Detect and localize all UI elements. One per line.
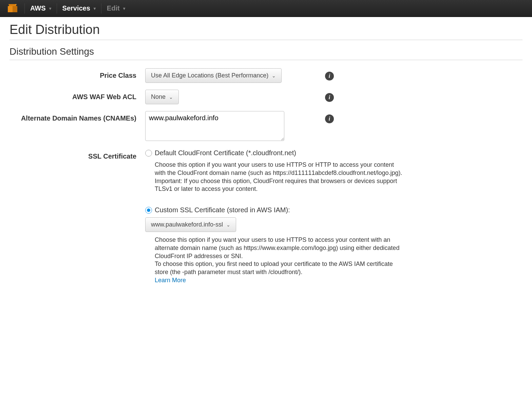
ssl-custom-option: Custom SSL Certificate (stored in AWS IA… xyxy=(145,206,406,214)
chevron-down-icon: ⌄ xyxy=(169,94,173,100)
ssl-default-help-1: Choose this option if you want your user… xyxy=(155,161,406,177)
distribution-settings-form: Price Class Use All Edge Locations (Best… xyxy=(10,68,522,289)
chevron-down-icon: ▾ xyxy=(94,6,96,11)
ssl-custom-cert-dropdown[interactable]: www.paulwakeford.info-ssl ⌄ xyxy=(145,217,236,232)
waf-dropdown[interactable]: None ⌄ xyxy=(145,90,179,104)
chevron-down-icon: ⌄ xyxy=(272,73,276,78)
waf-row: AWS WAF Web ACL None ⌄ i xyxy=(10,90,522,104)
top-navbar: AWS ▾ Services ▾ Edit ▾ xyxy=(0,0,532,17)
nav-services-label: Services xyxy=(62,4,90,12)
learn-more-link[interactable]: Learn More xyxy=(155,277,186,284)
nav-edit-label: Edit xyxy=(107,4,120,12)
ssl-default-radio[interactable] xyxy=(145,150,152,157)
ssl-custom-help: Choose this option if you want your user… xyxy=(155,236,406,285)
ssl-default-help: Choose this option if you want your user… xyxy=(155,161,406,193)
price-class-row: Price Class Use All Edge Locations (Best… xyxy=(10,68,522,83)
ssl-custom-help-1: Choose this option if you want your user… xyxy=(155,236,406,260)
divider xyxy=(10,40,522,40)
price-class-label: Price Class xyxy=(10,68,145,80)
nav-edit-menu[interactable]: Edit ▾ xyxy=(101,4,131,12)
page-title: Edit Distribution xyxy=(10,22,522,37)
waf-label: AWS WAF Web ACL xyxy=(10,90,145,102)
cnames-label: Alternate Domain Names (CNAMEs) xyxy=(10,111,145,123)
ssl-default-option: Default CloudFront Certificate (*.cloudf… xyxy=(145,149,406,157)
info-icon[interactable]: i xyxy=(325,114,334,123)
ssl-custom-cert-value: www.paulwakeford.info-ssl xyxy=(151,221,223,228)
cnames-row: Alternate Domain Names (CNAMEs) i xyxy=(10,111,522,142)
ssl-row: SSL Certificate Default CloudFront Certi… xyxy=(10,149,522,289)
price-class-value: Use All Edge Locations (Best Performance… xyxy=(151,72,268,79)
nav-aws-menu[interactable]: AWS ▾ xyxy=(25,4,57,12)
chevron-down-icon: ⌄ xyxy=(226,222,230,228)
chevron-down-icon: ▾ xyxy=(123,6,125,11)
nav-aws-label: AWS xyxy=(30,4,46,12)
info-icon[interactable]: i xyxy=(325,93,334,102)
ssl-default-help-2: Important: If you choose this option, Cl… xyxy=(155,177,406,194)
main-content: Edit Distribution Distribution Settings … xyxy=(0,22,532,289)
ssl-custom-label: Custom SSL Certificate (stored in AWS IA… xyxy=(155,206,290,214)
info-icon[interactable]: i xyxy=(325,72,334,80)
divider xyxy=(10,60,522,60)
nav-services-menu[interactable]: Services ▾ xyxy=(57,4,101,12)
section-title: Distribution Settings xyxy=(10,46,522,57)
ssl-custom-help-2: To choose this option, you first need to… xyxy=(155,260,406,276)
ssl-custom-radio[interactable] xyxy=(145,207,152,214)
aws-cube-icon[interactable] xyxy=(7,3,18,14)
ssl-default-label: Default CloudFront Certificate (*.cloudf… xyxy=(155,149,296,157)
cnames-textarea[interactable] xyxy=(145,111,284,141)
ssl-label: SSL Certificate xyxy=(10,149,145,161)
chevron-down-icon: ▾ xyxy=(49,6,51,11)
price-class-dropdown[interactable]: Use All Edge Locations (Best Performance… xyxy=(145,68,282,83)
waf-value: None xyxy=(151,93,166,101)
